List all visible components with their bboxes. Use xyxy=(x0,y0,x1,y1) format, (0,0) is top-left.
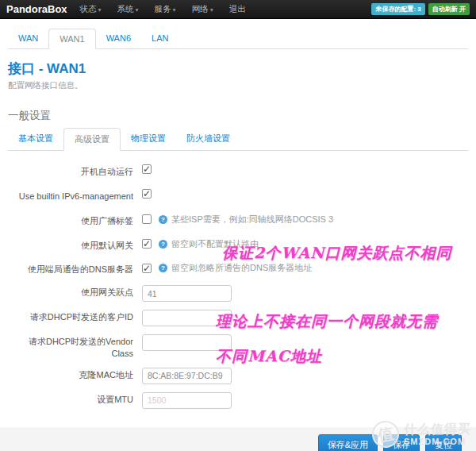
navbar-badges: 未保存的配置: 3 自动刷新 开 xyxy=(371,3,470,15)
save-apply-button[interactable]: 保存&应用 xyxy=(318,434,378,451)
chevron-down-icon: ▾ xyxy=(173,6,176,13)
nav-menu-services[interactable]: 服务▾ xyxy=(155,4,176,15)
tab-firewall-settings[interactable]: 防火墙设置 xyxy=(176,128,240,151)
clone-mac-input[interactable] xyxy=(142,368,232,384)
annotation-mac-note-line2: 不同MAC地址 xyxy=(216,346,322,367)
tab-physical-settings[interactable]: 物理设置 xyxy=(121,128,176,151)
save-button[interactable]: 保存 xyxy=(383,434,420,451)
chevron-down-icon: ▾ xyxy=(98,6,102,13)
app-brand: PandoraBox xyxy=(6,3,67,15)
form-action-bar: 保存&应用 保存 复位 xyxy=(0,427,476,451)
field-description: 某些ISP需要，例如:同轴线网络DOCSIS 3 xyxy=(171,214,333,226)
annotation-gateway-metric-note: 保证2个WAN口网关跃点不相同 xyxy=(222,243,451,264)
section-legend: 一般设置 xyxy=(8,109,468,123)
unsaved-changes-badge[interactable]: 未保存的配置: 3 xyxy=(371,3,424,15)
tab-general-settings[interactable]: 基本设置 xyxy=(8,128,63,151)
tab-lan[interactable]: LAN xyxy=(141,29,178,49)
help-icon: ? xyxy=(159,264,167,272)
field-label: 设置MTU xyxy=(8,392,133,406)
page-subtitle: 配置网络接口信息。 xyxy=(8,80,468,91)
nav-menu-logout[interactable]: 退出 xyxy=(229,4,246,15)
form-row-broadcast-flag: 使用广播标签 ? 某些ISP需要，例如:同轴线网络DOCSIS 3 xyxy=(0,208,476,233)
tab-wan[interactable]: WAN xyxy=(8,29,48,49)
chevron-down-icon: ▾ xyxy=(136,6,139,13)
annotation-mac-note-line1: 理论上不接在同一个网段就无需 xyxy=(216,311,438,332)
field-description: 留空则忽略所通告的DNS服务器地址 xyxy=(171,262,312,274)
field-label: 使用网关跃点 xyxy=(8,285,133,299)
top-navbar: PandoraBox 状态▾ 系统▾ 服务▾ 网络▾ 退出 未保存的配置: 3 … xyxy=(0,0,476,19)
form-row-gateway-metric: 使用网关跃点 xyxy=(0,281,476,306)
advanced-settings-form: 开机自动运行 Use builtin IPv6-management 使用广播标… xyxy=(0,151,476,416)
mtu-input[interactable] xyxy=(142,392,232,409)
field-label: 使用默认网关 xyxy=(8,238,133,252)
default-gateway-checkbox[interactable] xyxy=(142,239,152,249)
help-icon: ? xyxy=(159,215,167,224)
chevron-down-icon: ▾ xyxy=(210,6,213,13)
ipv6-management-checkbox[interactable] xyxy=(142,189,152,199)
tab-wan6[interactable]: WAN6 xyxy=(96,29,141,49)
reset-button[interactable]: 复位 xyxy=(425,434,462,451)
form-row-autostart: 开机自动运行 xyxy=(0,159,476,183)
nav-menu-network[interactable]: 网络▾ xyxy=(192,4,213,15)
help-icon: ? xyxy=(159,240,167,249)
interface-tabs: WAN WAN1 WAN6 LAN xyxy=(8,29,468,49)
field-label: 使用广播标签 xyxy=(8,214,133,227)
tab-wan1[interactable]: WAN1 xyxy=(48,29,95,49)
settings-tabs: 基本设置 高级设置 物理设置 防火墙设置 xyxy=(8,128,468,151)
page-title: 接口 - WAN1 xyxy=(8,60,468,78)
nav-menu-status[interactable]: 状态▾ xyxy=(80,4,102,15)
form-row-mtu: 设置MTU xyxy=(0,388,476,413)
form-row-ipv6-management: Use builtin IPv6-management xyxy=(0,183,476,208)
autostart-checkbox[interactable] xyxy=(142,164,152,174)
auto-refresh-badge[interactable]: 自动刷新 开 xyxy=(428,3,470,15)
form-row-clone-mac: 克隆MAC地址 xyxy=(0,364,476,388)
field-label: 开机自动运行 xyxy=(8,164,133,178)
field-label: 克隆MAC地址 xyxy=(8,368,133,381)
field-label: 请求DHCP时发送的Vendor Class xyxy=(8,334,133,360)
nav-menu-system[interactable]: 系统▾ xyxy=(117,4,139,15)
tab-advanced-settings[interactable]: 高级设置 xyxy=(63,128,121,151)
gateway-metric-input[interactable] xyxy=(142,285,232,302)
field-label: 请求DHCP时发送的客户ID xyxy=(8,310,133,323)
field-label: Use builtin IPv6-management xyxy=(8,189,133,202)
broadcast-flag-checkbox[interactable] xyxy=(142,214,152,224)
peer-dns-checkbox[interactable] xyxy=(142,264,152,273)
field-label: 使用端局通告的DNS服务器 xyxy=(8,262,133,276)
